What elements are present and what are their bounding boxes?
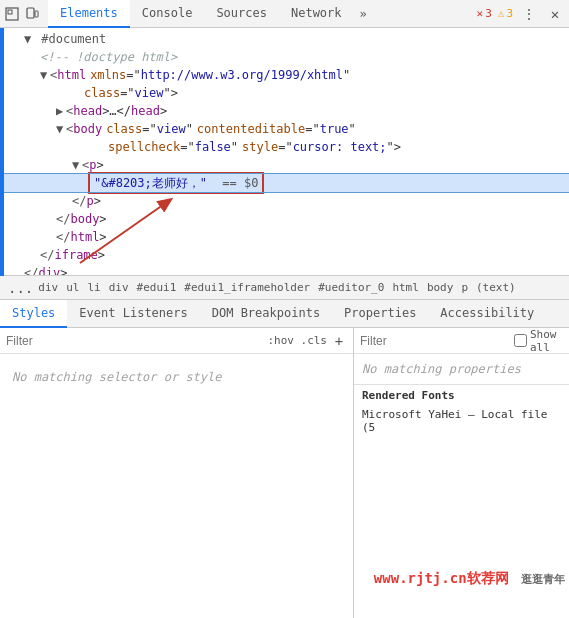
dom-line[interactable]: spellcheck="false" style="cursor: text;"… [0, 138, 569, 156]
dom-line[interactable]: </html> [0, 228, 569, 246]
breadcrumb-item[interactable]: #edui1_iframeholder [181, 281, 313, 294]
expand-arrow[interactable]: ▼ [24, 30, 34, 48]
font-entry: Microsoft YaHei — Local file (5 [362, 406, 561, 436]
left-indicator [0, 28, 4, 276]
breadcrumb-bar: ... div ul li div #edui1 #edui1_iframeho… [0, 276, 569, 300]
svg-rect-2 [27, 8, 34, 18]
right-panel: Show all No matching properties Rendered… [354, 328, 569, 618]
filter-bar: :hov .cls + [0, 328, 353, 354]
add-style-button[interactable]: + [331, 333, 347, 349]
dom-line[interactable]: </iframe> [0, 246, 569, 264]
expand-arrow[interactable]: ▼ [56, 120, 66, 138]
svg-rect-3 [35, 11, 38, 17]
dom-line[interactable]: ▼ <html xmlns="http://www.w3.org/1999/xh… [0, 66, 569, 84]
breadcrumb-item[interactable]: html [389, 281, 422, 294]
dom-line-selected[interactable]: "&#8203;老师好，" == $0 [0, 174, 569, 192]
toolbar-icons [4, 6, 40, 22]
tab-properties[interactable]: Properties [332, 300, 428, 328]
dom-tree[interactable]: ▼ #document <!-- !doctype html> ▼ <html … [0, 28, 569, 276]
dom-line[interactable]: class="view"> [0, 84, 569, 102]
error-count: 3 [485, 7, 492, 20]
breadcrumb-item[interactable]: ul [63, 281, 82, 294]
rendered-fonts-section: Rendered Fonts Microsoft YaHei — Local f… [354, 384, 569, 440]
panels-container: :hov .cls + No matching selector or styl… [0, 328, 569, 618]
dom-line[interactable]: </p> [0, 192, 569, 210]
rendered-fonts-header: Rendered Fonts [362, 389, 561, 402]
cursor-icon[interactable] [4, 6, 20, 22]
tab-elements[interactable]: Elements [48, 0, 130, 28]
hov-cls-button[interactable]: :hov .cls [267, 334, 327, 347]
toolbar-right: ✕ 3 ⚠ 3 ⋮ ✕ [477, 4, 566, 24]
breadcrumb-dots[interactable]: ... [8, 280, 33, 296]
breadcrumb-item[interactable]: li [84, 281, 103, 294]
error-badge: ✕ 3 ⚠ 3 [477, 7, 514, 20]
warning-count: 3 [506, 7, 513, 20]
tab-styles[interactable]: Styles [0, 300, 67, 328]
breadcrumb-item[interactable]: body [424, 281, 457, 294]
settings-button[interactable]: ⋮ [519, 4, 539, 24]
dom-line[interactable]: </body> [0, 210, 569, 228]
more-tabs-button[interactable]: » [354, 0, 373, 28]
breadcrumb-item[interactable]: p [458, 281, 471, 294]
tab-sources[interactable]: Sources [204, 0, 279, 28]
tab-event-listeners[interactable]: Event Listeners [67, 300, 199, 328]
show-all-checkbox[interactable]: Show all [514, 328, 563, 354]
expand-arrow[interactable]: ▶ [56, 102, 66, 120]
tab-console[interactable]: Console [130, 0, 205, 28]
lower-tabs-row: Styles Event Listeners DOM Breakpoints P… [0, 300, 569, 328]
selected-text-node: "&#8203;老师好，" == $0 [88, 172, 264, 194]
filter-input[interactable] [6, 334, 263, 348]
right-content: No matching properties Rendered Fonts Mi… [354, 354, 569, 618]
dom-line[interactable]: </div> [0, 264, 569, 276]
devtools-toolbar: Elements Console Sources Network » ✕ 3 ⚠… [0, 0, 569, 28]
breadcrumb-item[interactable]: div [35, 281, 61, 294]
dom-tree-wrapper: ▼ #document <!-- !doctype html> ▼ <html … [0, 28, 569, 276]
right-filter-input[interactable] [360, 334, 510, 348]
show-all-check[interactable] [514, 334, 527, 347]
tab-dom-breakpoints[interactable]: DOM Breakpoints [200, 300, 332, 328]
styles-panel: :hov .cls + No matching selector or styl… [0, 328, 354, 618]
dom-line[interactable]: <!-- !doctype html> [0, 48, 569, 66]
dom-line[interactable]: ▶ <head>…</head> [0, 102, 569, 120]
device-icon[interactable] [24, 6, 40, 22]
tab-accessibility[interactable]: Accessibility [428, 300, 546, 328]
breadcrumb-item[interactable]: #edui1 [134, 281, 180, 294]
expand-arrow[interactable]: ▼ [40, 66, 50, 84]
close-button[interactable]: ✕ [545, 4, 565, 24]
error-icon: ✕ [477, 7, 484, 20]
breadcrumb-item[interactable]: (text) [473, 281, 519, 294]
warning-icon: ⚠ [498, 7, 505, 20]
top-tabs-row: Elements Console Sources Network » [48, 0, 373, 28]
dom-line[interactable]: ▼ <body class="view" contenteditable="tr… [0, 120, 569, 138]
expand-arrow[interactable]: ▼ [72, 156, 82, 174]
dom-line[interactable]: ▼ <p> [0, 156, 569, 174]
no-match-styles: No matching selector or style [0, 354, 353, 400]
dom-line[interactable]: ▼ #document [0, 30, 569, 48]
breadcrumb-item[interactable]: #ueditor_0 [315, 281, 387, 294]
tab-network[interactable]: Network [279, 0, 354, 28]
right-filter-bar: Show all [354, 328, 569, 354]
svg-rect-1 [8, 10, 12, 14]
breadcrumb-item[interactable]: div [106, 281, 132, 294]
